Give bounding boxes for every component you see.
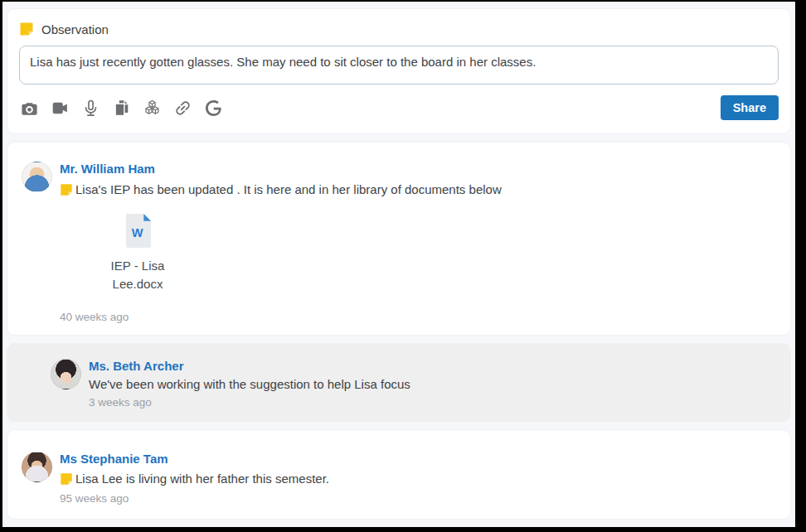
post-timestamp: 3 weeks ago: [89, 396, 410, 409]
post-timestamp: 40 weeks ago: [60, 311, 502, 323]
observation-type-label: Observation: [41, 22, 109, 36]
share-button[interactable]: Share: [721, 95, 779, 120]
attachment-iep-docx[interactable]: W IEP - Lisa Lee.docx: [96, 212, 179, 293]
author-name[interactable]: Ms. Beth Archer: [89, 359, 410, 375]
observation-input[interactable]: Lisa has just recently gotten glasses. S…: [19, 46, 779, 85]
attachment-filename: IEP - Lisa Lee.docx: [96, 257, 179, 293]
note-icon: [60, 472, 73, 486]
feed-post-stephanie-tam: Ms Stephanie Tam Lisa Lee is living with…: [7, 429, 791, 520]
author-name[interactable]: Ms Stephanie Tam: [60, 452, 329, 467]
avatar[interactable]: [22, 452, 52, 482]
post-timestamp: 95 weeks ago: [60, 492, 329, 505]
note-icon: [60, 183, 73, 196]
post-text: Lisa Lee is living with her father this …: [75, 471, 329, 487]
blocks-icon[interactable]: [142, 98, 162, 118]
avatar[interactable]: [51, 359, 81, 389]
google-icon[interactable]: [203, 98, 223, 118]
avatar[interactable]: [22, 162, 52, 192]
word-letter: W: [131, 226, 143, 239]
author-name[interactable]: Mr. William Ham: [60, 162, 502, 177]
feed-reply-beth-archer: Ms. Beth Archer We've been working with …: [7, 343, 791, 422]
camera-icon[interactable]: [19, 98, 39, 118]
microphone-icon[interactable]: [80, 98, 100, 118]
video-icon[interactable]: [50, 98, 70, 118]
app-panel: Observation Lisa has just recently gotte…: [2, 2, 795, 527]
post-text: Lisa's IEP has been updated . It is here…: [75, 181, 502, 198]
observation-composer: Observation Lisa has just recently gotte…: [7, 8, 791, 134]
attachment-toolbar: [19, 98, 223, 118]
note-icon: [19, 22, 34, 36]
post-text: We've been working with the suggestion t…: [89, 376, 410, 393]
feed-post-william-ham: Mr. William Ham Lisa's IEP has been upda…: [7, 142, 791, 336]
copy-icon[interactable]: [111, 98, 131, 118]
link-icon[interactable]: [172, 98, 192, 118]
word-doc-icon: W: [124, 212, 153, 248]
